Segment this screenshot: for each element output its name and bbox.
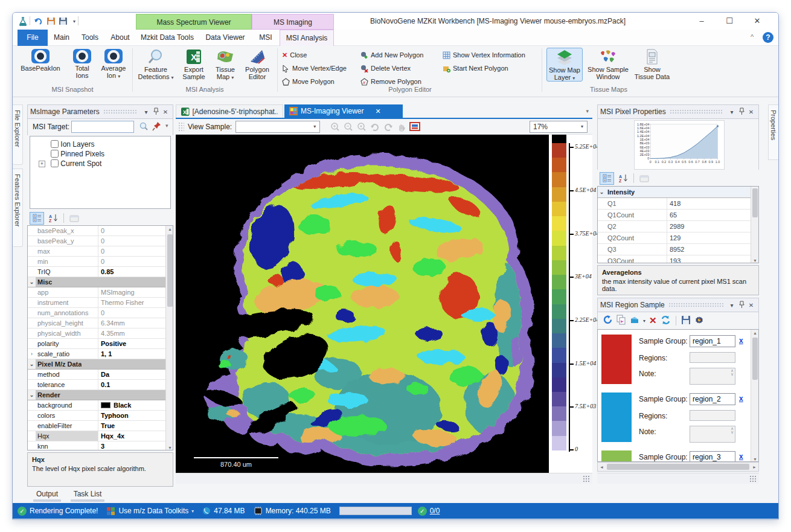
- alphabetical-sort-icon[interactable]: AZ: [46, 212, 60, 225]
- grid-row-max[interactable]: max0: [28, 246, 165, 257]
- tab-overflow-caret-icon[interactable]: ▾: [586, 108, 589, 114]
- categorized-view-icon[interactable]: ++: [600, 172, 614, 185]
- sample-group-input[interactable]: [690, 393, 735, 405]
- scroll-down-icon[interactable]: ▼: [751, 457, 759, 461]
- intensity-row-q2count[interactable]: Q2Count129: [598, 232, 758, 244]
- region-color-swatch[interactable]: [601, 393, 632, 442]
- grid-row-min[interactable]: min0: [28, 257, 165, 267]
- grid-category-row[interactable]: ⌄Misc: [28, 277, 165, 287]
- total-ions-button[interactable]: TotalIons: [68, 48, 96, 79]
- document-tab-ms-imaging-viewer[interactable]: MS-Imaging Viewer ✕: [284, 104, 403, 118]
- help-icon[interactable]: ?: [763, 32, 773, 43]
- resize-grip[interactable]: [583, 475, 590, 482]
- panel-close-icon[interactable]: ✕: [746, 302, 756, 309]
- zoom-reset-icon[interactable]: [355, 121, 368, 133]
- tissue-map-button[interactable]: TissueMap ▾: [211, 48, 240, 80]
- rotate-left-icon[interactable]: [368, 121, 382, 133]
- collapse-icon[interactable]: ⌄: [28, 390, 36, 400]
- zoom-in-icon[interactable]: [328, 121, 342, 133]
- panel-menu-caret-icon[interactable]: ▾: [727, 109, 737, 115]
- grid-row-num_annotations[interactable]: num_annotations0: [28, 308, 165, 318]
- layer-tree[interactable]: Ion Layers Pinned Pixels + Current Spot: [30, 136, 171, 209]
- show-tissue-data-button[interactable]: ShowTissue Data: [633, 48, 671, 80]
- grid-category-row[interactable]: ⌄Pixel M/z Data: [28, 359, 165, 370]
- grid-row-polarity[interactable]: polarityPositive: [28, 339, 165, 349]
- region-color-swatch[interactable]: [601, 450, 632, 462]
- panel-menu-caret-icon[interactable]: ▾: [727, 302, 737, 309]
- msi-embryo-image[interactable]: [176, 135, 549, 473]
- sample-group-input[interactable]: [690, 451, 735, 462]
- pin-icon[interactable]: [151, 107, 161, 116]
- spinner-icons[interactable]: ∧∨: [731, 369, 734, 376]
- grid-row-enableFilter[interactable]: enableFilterTrue: [28, 421, 165, 431]
- show-sample-window-button[interactable]: Show SampleWindow: [585, 48, 631, 80]
- maximize-button[interactable]: ☐: [716, 13, 743, 30]
- tree-item-pinned-pixels[interactable]: Pinned Pixels: [30, 149, 170, 158]
- current-spot-checkbox[interactable]: [51, 159, 59, 167]
- feature-detections-button[interactable]: FeatureDetections ▾: [135, 48, 177, 80]
- polygon-editor-button[interactable]: PolygonEditor: [241, 48, 274, 80]
- polygon-tool-caret-icon[interactable]: ▾: [643, 318, 645, 324]
- output-tab[interactable]: Output: [33, 490, 61, 502]
- scroll-down-icon[interactable]: ▼: [751, 258, 759, 263]
- document-tab-adenosine[interactable]: X [Adenosine-5'-triphosphat...: [176, 104, 283, 118]
- intensity-row-q1count[interactable]: Q1Count65: [598, 210, 758, 221]
- scroll-right-icon[interactable]: ►: [751, 465, 758, 469]
- show-map-layer-button[interactable]: Show MapLayer ▾: [546, 48, 583, 82]
- resize-grip[interactable]: [749, 475, 757, 482]
- move-vertex-edge-button[interactable]: Move Vertex/Edge: [282, 62, 347, 74]
- rotate-right-icon[interactable]: [382, 121, 395, 133]
- region-settings-gear-icon[interactable]: [694, 315, 704, 327]
- contextual-group-ms-imaging[interactable]: MS Imaging: [252, 14, 334, 30]
- scroll-thumb[interactable]: [752, 188, 758, 217]
- sample-group-input[interactable]: [690, 335, 735, 347]
- grid-row-instrument[interactable]: instrumentThermo Fisher: [28, 298, 165, 308]
- region-panel-header[interactable]: MSI Region Sample ▾ ✕: [597, 298, 759, 312]
- undo-icon[interactable]: [33, 16, 43, 27]
- grid-row-background[interactable]: backgroundBlack: [28, 400, 165, 411]
- collapse-icon[interactable]: ⌄: [28, 359, 36, 369]
- tree-item-ion-layers[interactable]: Ion Layers: [30, 136, 170, 149]
- delete-vertex-button[interactable]: Delete Vertex: [360, 62, 411, 74]
- params-grid-scrollbar[interactable]: ▲ ▼: [165, 226, 173, 450]
- minimize-button[interactable]: –: [688, 13, 716, 30]
- mz-toolkits-menu[interactable]: Use m/z Data Toolkits ▾: [106, 507, 194, 516]
- collapse-icon[interactable]: ⌄: [598, 187, 606, 197]
- grid-row-physical_width[interactable]: physical_width4.35mm: [28, 328, 165, 339]
- grid-row-Hqx[interactable]: HqxHqx_4x: [28, 431, 165, 441]
- intensity-grid-scrollbar[interactable]: ▼: [751, 187, 758, 263]
- grid-row-knn[interactable]: knn3: [28, 441, 165, 450]
- tree-expand-icon[interactable]: +: [39, 161, 45, 167]
- average-ion-button[interactable]: AverageIon ▾: [97, 48, 130, 79]
- basepeakion-button[interactable]: BasePeakIon: [15, 48, 66, 72]
- region-list-scrollbar[interactable]: ▲ ▼: [751, 330, 758, 462]
- panel-close-icon[interactable]: ✕: [161, 109, 170, 115]
- scroll-thumb[interactable]: [607, 464, 749, 470]
- grid-row-basePeak_y[interactable]: basePeak_y0: [28, 236, 165, 246]
- intensity-row-q3count[interactable]: Q3Count193: [598, 255, 758, 263]
- msi-target-input[interactable]: [71, 121, 134, 133]
- alphabetical-sort-icon[interactable]: AZ: [616, 172, 630, 185]
- msi-image-viewport[interactable]: 870.40 um 5.25E+04 4.5E+04 3.75E+04 3E+0…: [176, 135, 592, 473]
- scroll-down-icon[interactable]: ▼: [166, 446, 173, 450]
- intensity-row-q2[interactable]: Q22989: [598, 221, 758, 232]
- view-sample-combo[interactable]: ▾: [235, 121, 320, 133]
- zoom-out-icon[interactable]: [342, 121, 355, 133]
- task-list-tab[interactable]: Task List: [71, 490, 104, 502]
- scroll-up-icon[interactable]: ▲: [166, 227, 173, 231]
- region-color-swatch[interactable]: [601, 335, 632, 384]
- panel-close-icon[interactable]: ✕: [746, 109, 756, 115]
- grid-row-basePeak_x[interactable]: basePeak_x0: [28, 226, 165, 236]
- pin-target-icon[interactable]: [152, 121, 161, 133]
- spinner-icons[interactable]: ∧∨: [731, 427, 734, 434]
- intensity-row-q1[interactable]: Q1418: [598, 198, 758, 210]
- close-button[interactable]: ✕: [743, 13, 771, 30]
- tab-data-viewer[interactable]: Data Viewer: [199, 30, 252, 46]
- tab-tools[interactable]: Tools: [75, 30, 104, 46]
- tab-about[interactable]: About: [104, 30, 136, 46]
- refresh-icon[interactable]: [603, 315, 613, 327]
- tab-msi[interactable]: MSI: [252, 30, 280, 46]
- dock-tab-file-explorer[interactable]: File Explorer: [13, 104, 23, 165]
- save-icon[interactable]: [57, 16, 68, 27]
- grid-row-physical_height[interactable]: physical_height6.34mm: [28, 318, 165, 328]
